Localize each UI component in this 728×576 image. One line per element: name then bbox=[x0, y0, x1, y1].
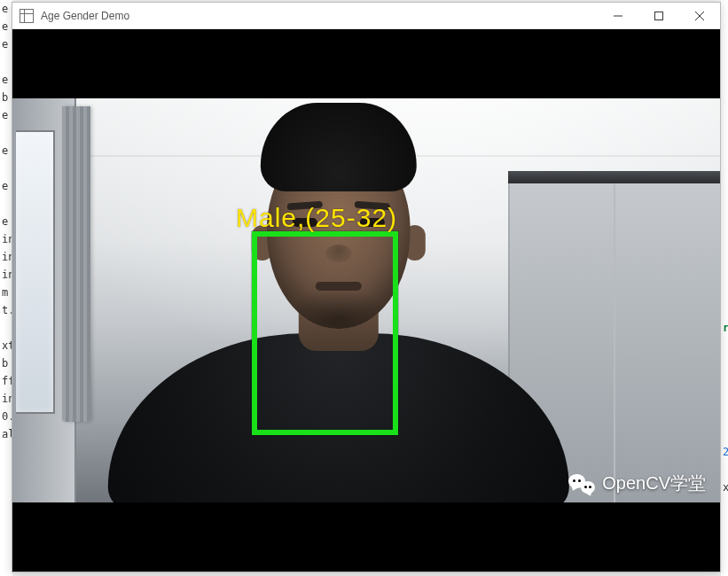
app-window: Age Gender Demo bbox=[12, 2, 721, 572]
watermark: OpenCV学堂 bbox=[568, 471, 706, 495]
detection-label: Male,(25-32) bbox=[236, 203, 397, 233]
video-area: Male,(25-32) OpenCV学堂 bbox=[12, 29, 720, 572]
background-left-strip: eee ebe e e eininin mt. xt bffin0. al bbox=[0, 0, 12, 576]
wechat-icon bbox=[568, 472, 595, 495]
face-bounding-box bbox=[252, 231, 398, 435]
minimize-button[interactable] bbox=[598, 3, 638, 29]
titlebar[interactable]: Age Gender Demo bbox=[12, 3, 720, 29]
app-icon bbox=[20, 9, 34, 23]
minimize-icon bbox=[614, 12, 622, 20]
watermark-text: OpenCV学堂 bbox=[602, 471, 706, 495]
window-title: Age Gender Demo bbox=[41, 10, 129, 22]
maximize-button[interactable] bbox=[638, 3, 679, 29]
background-right-strip: r 2 x bbox=[721, 0, 728, 576]
svg-rect-1 bbox=[655, 12, 663, 19]
video-frame: Male,(25-32) bbox=[12, 98, 720, 502]
close-icon bbox=[695, 12, 704, 20]
maximize-icon bbox=[654, 12, 663, 20]
close-button[interactable] bbox=[679, 3, 720, 29]
